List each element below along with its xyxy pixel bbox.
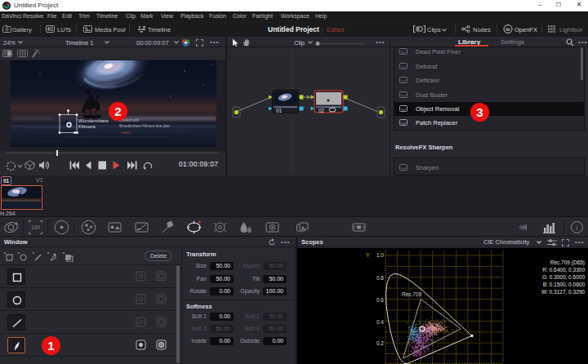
svg-text:W: 0.3127, 0.3290: W: 0.3127, 0.3290: [541, 289, 585, 295]
svg-text:Filmora: Filmora: [78, 123, 96, 129]
svg-text:G: 0.3000, 0.6000: G: 0.3000, 0.6000: [542, 274, 585, 280]
svg-text:Rec.709 (D65): Rec.709 (D65): [550, 260, 585, 266]
svg-text:0.6: 0.6: [376, 297, 384, 303]
svg-text:Wondershare Filmora free plan: Wondershare Filmora free plan: [119, 124, 170, 128]
svg-text:Y: Y: [366, 252, 370, 258]
svg-text:01: 01: [276, 108, 283, 113]
svg-text:Wondershare: Wondershare: [78, 118, 109, 123]
svg-text:0.2: 0.2: [376, 340, 384, 346]
svg-text:0.4: 0.4: [376, 319, 384, 325]
svg-text:fx: fx: [506, 27, 510, 32]
svg-text:02: 02: [318, 108, 325, 113]
svg-text:Rec.709: Rec.709: [402, 291, 422, 297]
svg-text:100: 100: [31, 224, 40, 230]
svg-text:R: 0.6400, 0.3300: R: 0.6400, 0.3300: [542, 267, 585, 273]
svg-text:i: i: [576, 224, 578, 232]
svg-text:1.0: 1.0: [376, 252, 384, 258]
svg-text:B: 0.1500, 0.0600: B: 0.1500, 0.0600: [543, 282, 586, 287]
svg-text:0.8: 0.8: [376, 275, 384, 281]
